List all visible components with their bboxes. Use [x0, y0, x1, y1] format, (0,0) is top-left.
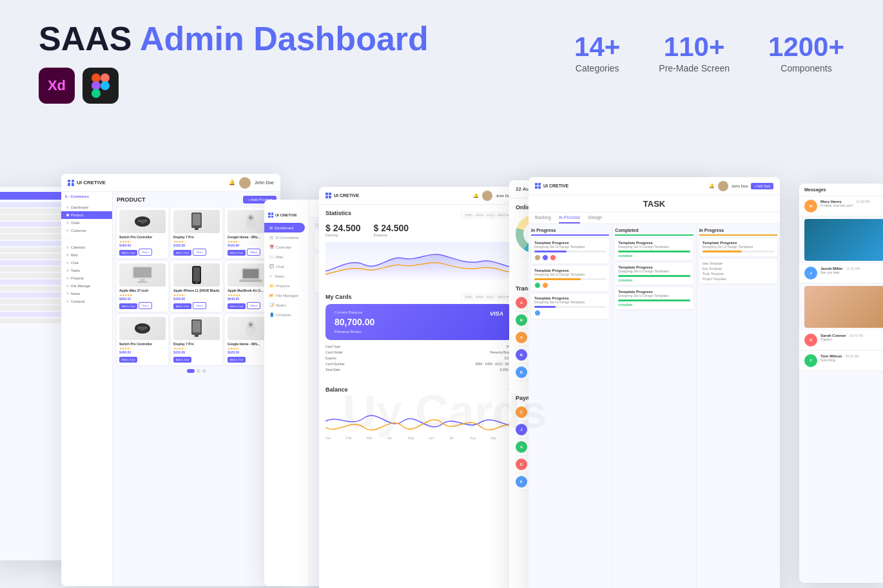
- add-to-cart-btn-2[interactable]: Add to Cart: [173, 250, 191, 256]
- sidebar-mail[interactable]: ✉️Mail: [264, 252, 309, 261]
- sidebar-fm-p[interactable]: File Manage: [61, 282, 112, 290]
- add-task-button[interactable]: + Add Task: [751, 183, 773, 189]
- pagination-dot[interactable]: [197, 369, 200, 373]
- task-card-8: Idea Template Day Template Tools Templat…: [699, 259, 777, 283]
- add-to-cart-btn-7[interactable]: Add to Cart: [119, 357, 137, 363]
- product-name-4: Apple iMac 27-inch: [119, 289, 166, 292]
- svg-point-27: [144, 327, 147, 329]
- add-to-cart-btn-1[interactable]: Add to Cart: [119, 250, 137, 256]
- sidebar-calendar[interactable]: 📅Calendar: [264, 242, 309, 252]
- stat-label-categories: Categories: [574, 63, 620, 73]
- wishlist-btn-5[interactable]: Share: [193, 302, 206, 309]
- title-black: SAAS: [39, 20, 131, 57]
- chat-msg-2: See you later: [820, 270, 843, 274]
- add-to-cart-btn-8[interactable]: Add to Cart: [173, 357, 191, 363]
- task-avatar: [542, 282, 548, 289]
- sidebar-notes-p[interactable]: Notes: [61, 290, 112, 298]
- stat-number-categories: 14+: [574, 33, 620, 61]
- sidebar-dashboard-active[interactable]: ⊞Dashboard: [264, 223, 305, 232]
- stat-components: 1200+ Components: [768, 33, 844, 73]
- sidebar-order[interactable]: Order: [61, 219, 112, 227]
- sidebar-ecommerce[interactable]: 🛒E-Commerce: [264, 232, 309, 242]
- chat-item-4[interactable]: T Tom Wilson Sure thing 09:30 AM: [799, 351, 883, 371]
- wishlist-btn-4[interactable]: Share: [139, 302, 152, 309]
- chat-header: Messages: [799, 184, 883, 196]
- cards-filter[interactable]: 3890 - 6458 - 6312 - 9843 ▾: [461, 294, 512, 300]
- task-card-sub-5: Designing Set UI Design Templates: [618, 269, 690, 273]
- add-to-cart-btn-9[interactable]: Add to Cart: [228, 357, 246, 363]
- sidebar-chat-p[interactable]: Chat: [61, 259, 112, 267]
- header-stats: 14+ Categories 110+ Pre-Made Screen 1200…: [574, 21, 844, 73]
- stat-categories: 14+ Categories: [574, 33, 620, 73]
- add-to-cart-btn-5[interactable]: Add to Cart: [173, 303, 191, 309]
- sidebar-chat[interactable]: 💬Chat: [264, 261, 309, 271]
- sidebar-customer[interactable]: Customer: [61, 227, 112, 234]
- stat-number-components: 1200+: [768, 33, 844, 61]
- tool-icons: Xd: [39, 68, 429, 104]
- visa-logo: VISA: [490, 310, 503, 317]
- sidebar-projects[interactable]: 📁Projects: [264, 281, 309, 290]
- chat-image-block: [804, 219, 883, 261]
- svg-point-34: [249, 323, 252, 326]
- tab-backlog[interactable]: Backlog: [535, 213, 551, 223]
- add-to-cart-btn-6[interactable]: Add to Cart: [228, 303, 246, 309]
- product-img-display2: [173, 317, 220, 340]
- page-header: SAAS Admin Dashboard Xd 14+ Categories 1…: [0, 0, 883, 117]
- chat-time-3: 10:05 AM: [849, 334, 863, 346]
- task-col-extra: In Progress Template Progress Designing …: [697, 224, 780, 588]
- pagination-active[interactable]: [187, 369, 195, 373]
- svg-rect-16: [133, 267, 151, 278]
- wishlist-btn-2[interactable]: Share: [193, 249, 206, 256]
- complete-label-1: complete: [618, 254, 690, 258]
- pagination-dot[interactable]: [202, 369, 206, 373]
- wishlist-btn-6[interactable]: Share: [247, 302, 260, 309]
- product-logo: UI CRETIVE: [77, 180, 106, 185]
- wishlist-btn-3[interactable]: Share: [247, 249, 260, 256]
- sidebar-product-active[interactable]: Product: [61, 211, 112, 219]
- sidebar-tasks[interactable]: ✓Tasks: [264, 271, 309, 281]
- sidebar-contacts-p[interactable]: Contacts: [61, 298, 112, 305]
- task-col-completed: Completed Template Progress Designing Se…: [612, 224, 696, 588]
- chat-time-1: 12:30 PM: [856, 200, 869, 213]
- stat-label-screens: Pre-Made Screen: [659, 63, 730, 73]
- screen-task: UI CRETIVE 🔔 John Doe + Add Task TASK Ba…: [529, 177, 780, 588]
- product-img-imac: [119, 263, 166, 287]
- screen-order: [0, 187, 71, 560]
- task-title: TASK: [643, 199, 665, 209]
- col-title-extra: In Progress: [699, 228, 777, 236]
- sidebar-label-dashboard: Dashboard: [275, 226, 293, 230]
- sidebar-tasks-p[interactable]: Tasks: [61, 267, 112, 274]
- task-user-name: John Doe: [732, 184, 748, 188]
- product-card: Apple iMac 27-inch ★★★★★ $899.00 Add to …: [117, 261, 168, 312]
- task-user-avatar: [718, 181, 728, 191]
- svg-rect-8: [141, 220, 144, 223]
- tab-inprocess[interactable]: In-Process: [559, 213, 580, 223]
- tab-design[interactable]: Design: [588, 213, 602, 223]
- svg-point-14: [249, 216, 252, 219]
- sidebar-dashboard[interactable]: Dashboard: [61, 204, 112, 211]
- wishlist-btn-1[interactable]: Share: [139, 249, 152, 256]
- sidebar-contacts[interactable]: 👤Contacts: [264, 310, 309, 319]
- add-to-cart-btn-4[interactable]: Add to Cart: [119, 303, 137, 309]
- product-grid: Switch Pro Controller ★★★★☆ $499.00 Add …: [117, 207, 277, 365]
- sidebar-mail-p[interactable]: Mail: [61, 251, 112, 259]
- sidebar-calendar-p[interactable]: Calendar: [61, 243, 112, 251]
- chat-item-1[interactable]: M Mary Henry Hi there, how are you? 12:3…: [799, 196, 883, 216]
- sidebar-fm[interactable]: 📂File Manager: [264, 290, 309, 300]
- svg-rect-24: [239, 280, 262, 282]
- add-to-cart-btn-3[interactable]: Add to Cart: [228, 250, 246, 256]
- svg-text:Jan: Jan: [325, 436, 331, 440]
- product-card: Display 7 Pro ★★★★☆ $429.99 Add to Cart …: [171, 207, 222, 258]
- chat-item-3[interactable]: S Sarah Connor Thanks! 10:05 AM: [799, 330, 883, 350]
- chat-item-2[interactable]: J Jacob Miller See you later 11:20 AM: [799, 263, 883, 283]
- svg-rect-11: [195, 228, 199, 230]
- card-balance: 80,700.00: [335, 317, 374, 327]
- earning-stat: $ 24.500 Earning: [325, 223, 361, 237]
- card-holder-label: Card Holder: [325, 350, 343, 356]
- sidebar-projects-p[interactable]: Projects: [61, 274, 112, 282]
- screen-product: UI CRETIVE 🔔 John Doe E - Commerce Dashb…: [61, 174, 280, 586]
- main-title: SAAS Admin Dashboard: [39, 21, 429, 57]
- svg-rect-31: [195, 335, 199, 337]
- svg-rect-30: [193, 321, 200, 332]
- sidebar-notes[interactable]: 📝Notes: [264, 300, 309, 310]
